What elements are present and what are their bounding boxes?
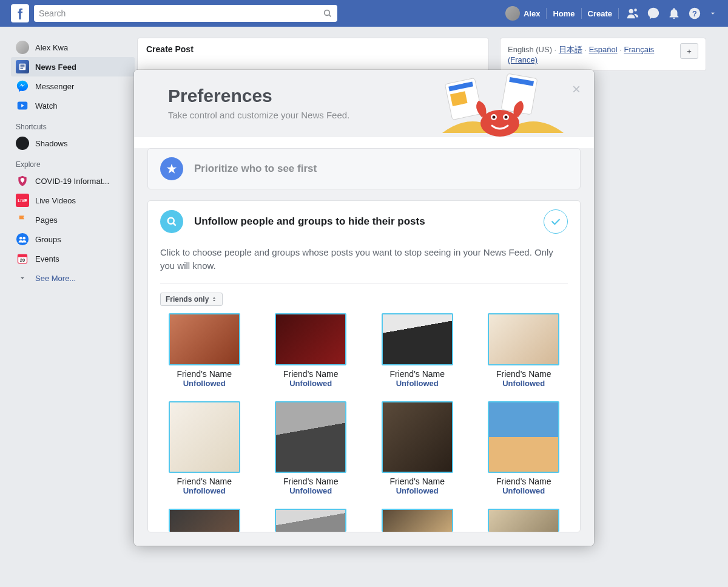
- svg-point-26: [505, 116, 508, 119]
- check-icon: [544, 209, 568, 234]
- preferences-modal: × Preferences Take control and customize…: [134, 70, 594, 546]
- svg-point-22: [480, 110, 519, 137]
- section-description: Click to choose people and groups whose …: [148, 242, 580, 273]
- friend-name: Friend's Name: [165, 477, 244, 486]
- crab-illustration: [436, 73, 570, 137]
- section-header[interactable]: Unfollow people and groups to hide their…: [148, 201, 580, 242]
- filter-dropdown[interactable]: Friends only: [160, 293, 223, 306]
- friend-status: Unfollowed: [485, 379, 564, 388]
- friend-status: Unfollowed: [378, 486, 457, 495]
- section-unfollow: Unfollow people and groups to hide their…: [147, 200, 581, 532]
- friend-name: Friend's Name: [272, 477, 351, 486]
- friend-status: Unfollowed: [165, 379, 244, 388]
- friend-photo: [169, 401, 240, 473]
- section-title: Unfollow people and groups to hide their…: [194, 215, 425, 228]
- close-icon[interactable]: ×: [572, 81, 581, 98]
- friend-card[interactable]: Friend's NameUnfollowed: [378, 313, 457, 388]
- friend-card[interactable]: Friend's NameUnfollowed: [485, 313, 564, 388]
- svg-line-28: [174, 223, 176, 226]
- friend-name: Friend's Name: [485, 477, 564, 486]
- friend-status: Unfollowed: [165, 486, 244, 495]
- friend-status: Unfollowed: [272, 379, 351, 388]
- friend-card[interactable]: Friend's NameUnfollowed: [165, 401, 244, 495]
- modal-sections: Prioritize who to see first Unfollow peo…: [134, 148, 594, 546]
- friend-photo: [488, 509, 559, 532]
- friend-card[interactable]: Friend's NameUnfollowed: [165, 313, 244, 388]
- friend-name: Friend's Name: [378, 369, 457, 379]
- friend-card[interactable]: [272, 509, 351, 532]
- friend-photo: [275, 313, 346, 365]
- friend-card[interactable]: [485, 509, 564, 532]
- friend-photo: [382, 509, 453, 532]
- svg-point-27: [168, 218, 174, 224]
- filter-label: Friends only: [166, 295, 209, 304]
- friend-name: Friend's Name: [165, 369, 244, 379]
- modal-backdrop: × Preferences Take control and customize…: [0, 0, 728, 587]
- friend-status: Unfollowed: [272, 486, 351, 495]
- friend-photo: [382, 313, 453, 365]
- friend-photo: [488, 313, 559, 365]
- star-icon: [160, 157, 183, 180]
- friend-photo: [169, 313, 240, 365]
- friends-grid: Friend's NameUnfollowed Friend's NameUnf…: [148, 306, 580, 532]
- section-prioritize[interactable]: Prioritize who to see first: [147, 148, 581, 189]
- divider: [160, 283, 568, 284]
- friend-photo: [488, 401, 559, 473]
- section-header: Prioritize who to see first: [148, 149, 580, 189]
- friend-card[interactable]: Friend's NameUnfollowed: [272, 401, 351, 495]
- friend-photo: [275, 509, 346, 532]
- modal-header: × Preferences Take control and customize…: [134, 70, 594, 137]
- friend-photo: [275, 401, 346, 473]
- friend-name: Friend's Name: [485, 369, 564, 379]
- friend-card[interactable]: Friend's NameUnfollowed: [378, 401, 457, 495]
- search-icon: [160, 210, 183, 233]
- friend-card[interactable]: [378, 509, 457, 532]
- friend-name: Friend's Name: [378, 477, 457, 486]
- friend-status: Unfollowed: [485, 486, 564, 495]
- friend-name: Friend's Name: [272, 369, 351, 379]
- friend-status: Unfollowed: [378, 379, 457, 388]
- friend-photo: [382, 401, 453, 473]
- friend-photo: [169, 509, 240, 532]
- friend-card[interactable]: Friend's NameUnfollowed: [272, 313, 351, 388]
- section-title: Prioritize who to see first: [194, 163, 317, 175]
- svg-point-24: [493, 116, 496, 119]
- friend-card[interactable]: [165, 509, 244, 532]
- friend-card[interactable]: Friend's NameUnfollowed: [485, 401, 564, 495]
